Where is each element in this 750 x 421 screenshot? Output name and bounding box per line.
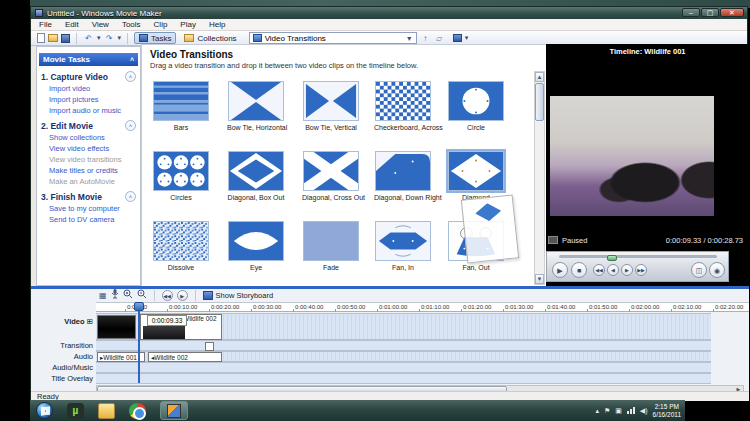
transition-circles[interactable]: Circles bbox=[152, 151, 210, 213]
transition-eye[interactable]: Eye bbox=[227, 221, 285, 283]
menu-file[interactable]: File bbox=[39, 20, 52, 29]
audio-track[interactable]: ▸Wildlife 001 ◂Wildlife 002 bbox=[96, 351, 711, 362]
vertical-scrollbar[interactable]: ▲ ▼ bbox=[534, 71, 545, 285]
scroll-down-icon[interactable]: ▼ bbox=[535, 274, 544, 284]
transition-fade[interactable]: Fade bbox=[302, 221, 360, 283]
task-link-make-titles-or-credits[interactable]: Make titles or credits bbox=[49, 166, 140, 175]
undo-dropdown-icon[interactable]: ▾ bbox=[97, 34, 101, 42]
zoom-in-icon[interactable] bbox=[123, 289, 133, 302]
forward-button[interactable]: ▶▶ bbox=[635, 264, 647, 276]
up-one-level-icon[interactable]: ↑ bbox=[420, 33, 431, 44]
playback-status: Paused bbox=[562, 236, 587, 245]
menu-help[interactable]: Help bbox=[209, 20, 225, 29]
diamond-ghost-icon bbox=[474, 202, 502, 223]
back-button[interactable]: ◀◀ bbox=[593, 264, 605, 276]
rewind-button[interactable]: ◀◀ bbox=[162, 290, 173, 301]
tasks-button[interactable]: Tasks bbox=[134, 32, 176, 44]
transition-bow-tie-vertical[interactable]: Bow Tie, Vertical bbox=[302, 81, 360, 143]
task-link-import-pictures[interactable]: Import pictures bbox=[49, 95, 140, 104]
menu-view[interactable]: View bbox=[92, 20, 109, 29]
task-link-make-an-automovie[interactable]: Make an AutoMovie bbox=[49, 177, 140, 186]
action-center-flag-icon[interactable]: ⚑ bbox=[604, 407, 610, 415]
task-link-send-to-dv-camera[interactable]: Send to DV camera bbox=[49, 215, 140, 224]
transition-dissolve[interactable]: Dissolve bbox=[152, 221, 210, 283]
clock[interactable]: 2:15 PM 6/16/2011 bbox=[653, 403, 681, 419]
zoom-out-icon[interactable] bbox=[137, 289, 147, 302]
transition-fan-in[interactable]: Fan, In bbox=[374, 221, 432, 283]
collapse-section-icon[interactable]: ˄ bbox=[125, 120, 136, 131]
minimize-button[interactable]: – bbox=[682, 8, 700, 17]
video-track[interactable]: Wildlife 002 bbox=[96, 313, 711, 340]
stop-button[interactable]: ■ bbox=[571, 262, 587, 278]
start-button[interactable] bbox=[36, 402, 53, 419]
menu-tools[interactable]: Tools bbox=[122, 20, 141, 29]
audio-music-track[interactable] bbox=[96, 362, 711, 373]
chrome-icon[interactable] bbox=[129, 403, 146, 419]
transition-diagonal-box-out[interactable]: Diagonal, Box Out bbox=[227, 151, 285, 213]
views-button[interactable]: ▾ bbox=[448, 32, 474, 44]
expand-track-icon[interactable]: ⊞ bbox=[87, 317, 93, 326]
scroll-up-icon[interactable]: ▲ bbox=[535, 72, 544, 82]
play-button[interactable]: ▶ bbox=[552, 262, 568, 278]
transition-bars[interactable]: Bars bbox=[152, 81, 210, 143]
split-clip-button[interactable]: ◫ bbox=[691, 262, 707, 278]
new-collection-icon[interactable]: ▱ bbox=[434, 33, 445, 44]
previous-frame-button[interactable]: ◀ bbox=[607, 264, 619, 276]
transition-preview-icon bbox=[303, 151, 359, 191]
utorrent-icon[interactable]: µ bbox=[67, 403, 84, 419]
menu-clip[interactable]: Clip bbox=[154, 20, 168, 29]
maximize-button[interactable]: ▢ bbox=[701, 8, 719, 17]
tasks-icon bbox=[139, 34, 148, 42]
scrollbar-thumb[interactable] bbox=[535, 83, 544, 121]
task-link-import-audio-or-music[interactable]: Import audio or music bbox=[49, 106, 140, 115]
next-frame-button[interactable]: ▶ bbox=[621, 264, 633, 276]
collection-dropdown[interactable]: Video Transitions ▼ bbox=[249, 32, 417, 44]
transition-diagonal-cross-out[interactable]: Diagonal, Cross Out bbox=[302, 151, 360, 213]
video-clip-1[interactable] bbox=[97, 315, 136, 339]
collection-dropdown-value: Video Transitions bbox=[265, 34, 326, 43]
transition-diagonal-down-right[interactable]: Diagonal, Down Right bbox=[374, 151, 432, 213]
tray-app-icon[interactable]: ▣ bbox=[615, 407, 622, 415]
movie-maker-taskbar-button[interactable] bbox=[160, 401, 188, 420]
take-picture-button[interactable]: ◉ bbox=[709, 262, 725, 278]
title-bar[interactable]: Untitled - Windows Movie Maker – ▢ ✕ bbox=[31, 7, 747, 19]
transition-circle[interactable]: Circle bbox=[447, 81, 505, 143]
task-link-view-video-effects[interactable]: View video effects bbox=[49, 144, 140, 153]
show-hidden-icons-icon[interactable]: ▴ bbox=[595, 407, 599, 415]
movie-tasks-header[interactable]: Movie Tasks˄ bbox=[39, 53, 138, 66]
collections-button[interactable]: Collections bbox=[179, 32, 241, 44]
transition-drop-slot[interactable] bbox=[205, 342, 214, 351]
network-icon[interactable] bbox=[627, 407, 635, 414]
audio-clip-2[interactable]: ◂Wildlife 002 bbox=[148, 352, 222, 362]
playhead-handle[interactable] bbox=[134, 302, 144, 311]
menu-play[interactable]: Play bbox=[180, 20, 196, 29]
show-storyboard-button[interactable]: Show Storyboard bbox=[203, 291, 274, 300]
task-link-view-video-transitions[interactable]: View video transitions bbox=[49, 155, 140, 164]
undo-icon[interactable]: ↶ bbox=[83, 33, 94, 44]
new-project-icon[interactable] bbox=[37, 33, 45, 43]
title-overlay-track[interactable] bbox=[96, 373, 711, 384]
transition-bow-tie-horizontal[interactable]: Bow Tie, Horizontal bbox=[227, 81, 285, 143]
folder-icon[interactable] bbox=[98, 403, 115, 419]
ruler-label: 0:01:40.00 bbox=[547, 304, 575, 310]
transition-track[interactable] bbox=[96, 340, 711, 351]
play-timeline-button[interactable]: ▶ bbox=[177, 290, 188, 301]
close-button[interactable]: ✕ bbox=[720, 8, 744, 17]
redo-dropdown-icon[interactable]: ▾ bbox=[118, 34, 122, 42]
narration-mic-icon[interactable] bbox=[111, 289, 119, 302]
audio-levels-icon[interactable]: ▦ bbox=[99, 291, 107, 301]
task-link-save-to-my-computer[interactable]: Save to my computer bbox=[49, 204, 140, 213]
timeline-ruler[interactable]: 0:00:000:00:10.000:00:20.000:00:30.000:0… bbox=[96, 302, 749, 312]
transition-checkerboard-across[interactable]: Checkerboard, Across bbox=[374, 81, 432, 143]
menu-edit[interactable]: Edit bbox=[65, 20, 79, 29]
collapse-section-icon[interactable]: ˄ bbox=[125, 71, 136, 82]
seek-thumb[interactable] bbox=[607, 255, 617, 261]
save-project-icon[interactable] bbox=[61, 34, 70, 43]
open-project-icon[interactable] bbox=[48, 34, 58, 42]
seek-bar[interactable] bbox=[559, 255, 717, 258]
task-link-show-collections[interactable]: Show collections bbox=[49, 133, 140, 142]
task-link-import-video[interactable]: Import video bbox=[49, 84, 140, 93]
collapse-section-icon[interactable]: ˄ bbox=[125, 191, 136, 202]
volume-icon[interactable]: ◀) bbox=[640, 407, 648, 415]
redo-icon[interactable]: ↷ bbox=[104, 33, 115, 44]
